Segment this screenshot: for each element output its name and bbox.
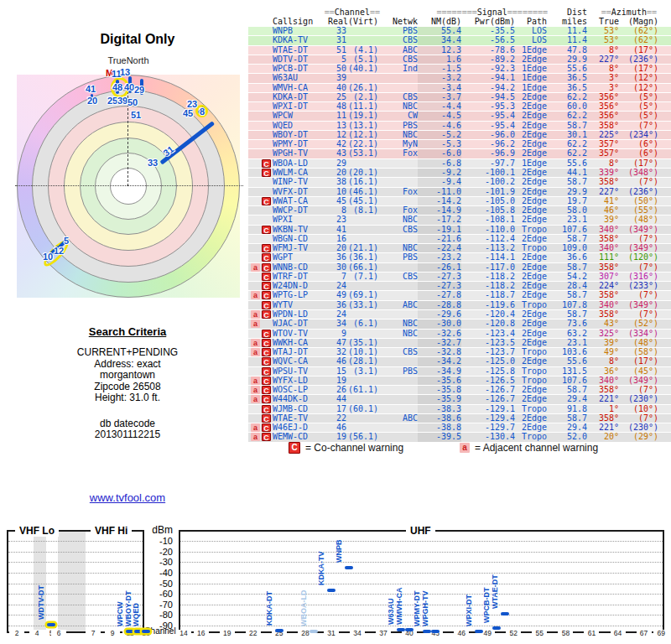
station-marker [423,630,431,633]
cell-dist: 60.0 [547,102,587,111]
cell-nm: -23.2 [418,253,461,262]
cell-call: WPXI [273,216,328,224]
cell-path: 2Edge [515,149,547,158]
table-row: CWGPT36(36.1)PBS-23.2-114.12Edge36.6111°… [248,252,671,262]
cell-path: 2Edge [515,206,547,215]
cell-net [378,339,418,347]
cell-path: 2Edge [515,330,547,338]
station-callsign-label: WBOY-DT [124,591,133,627]
tvfool-link[interactable]: www.tvfool.com [47,491,208,504]
cell-real: 26 [328,386,346,394]
cell-nm: -17.2 [418,216,461,224]
cell-path: 2Edge [515,131,547,139]
cell-magn: (316°) [619,273,658,281]
cell-nm: -38.8 [418,423,461,432]
cell-real: 24 [328,282,346,290]
radar-title: Digital Only [54,32,221,47]
cell-dist: 23.1 [547,216,587,224]
cell-real: 10 [328,188,346,196]
cell-path: 1Edge [515,74,547,82]
table-row: KDKA-TV31CBS34.4-56.5LOS11.453°(62°) [248,35,671,44]
cell-real: 36 [328,301,346,309]
cell-nm: -21.6 [418,235,461,243]
table-row: CaWPDN-LD24-29.6-120.42Edge58.7358°(7°) [248,309,671,319]
channel-tick-label: 31 [324,630,339,637]
cell-magn: (5°) [619,112,658,120]
cell-dist: 131.5 [547,367,587,376]
cell-real: 16 [328,235,346,243]
dbm-tick-label: -20 [141,547,173,557]
cell-pwr: -97.7 [461,159,515,168]
table-row: WPCB-DT50(40.1)Ind-1.5-92.31Edge55.68°(1… [248,64,671,73]
cell-call: WNPB [273,27,328,35]
cell-pwr: -126.7 [461,386,515,394]
cell-virt [346,159,378,168]
cell-call: WPTG-LP [273,291,328,299]
channel-label: 45 [183,109,193,118]
cell-path: Tropo [515,301,547,309]
cell-virt [346,310,378,319]
uhf-label: UHF [406,525,435,537]
co-channel-warning-badge: C [262,159,271,168]
cell-dist: 52.0 [547,433,587,441]
table-row: CW24DN-D24-27.3-118.22Edge28.4224°(233°) [248,281,671,290]
cell-virt [346,282,378,290]
cell-net: MyN [378,140,418,148]
cell-true: 307° [587,273,619,281]
cell-magn: (17°) [619,65,658,73]
cell-net: ABC [378,46,418,55]
tvfool-report: Digital Only TrueNorth M1113484029253950… [0,0,671,644]
azimuth-group-header: ==Azimuth== [601,8,657,17]
station-callsign-label: WPMY-DT [413,591,421,627]
cell-pwr: -94.2 [461,84,515,92]
cell-dist: 91.8 [547,405,587,413]
adjacent-channel-warning-badge: a [251,319,260,328]
cell-virt [346,226,378,234]
cell-dist: 11.4 [547,27,587,35]
cell-path: 2Edge [515,414,547,423]
cell-dist: 19.7 [547,197,587,205]
dbm-gridline [180,562,663,563]
station-marker [397,628,405,631]
cell-magn: (12°) [619,74,658,82]
dbm-tick-label: -60 [141,589,173,599]
cell-pwr: -123.7 [461,348,515,356]
criteria-line: Zipcode 26508 [47,382,208,393]
cell-path: 2Edge [515,122,547,130]
cell-pwr: -126.5 [461,377,515,385]
cell-call: WWLM-CA [273,169,328,177]
cell-dist: 58.7 [547,414,587,423]
cell-call: WYTV [273,301,328,309]
cell-pwr: -95.4 [461,122,515,130]
cell-virt [346,377,378,385]
table-row: CWWAT-CA45(45.1)-14.2-105.02Edge19.741°(… [248,196,671,205]
channel-tick-label: 9 [105,630,120,637]
cell-net: Fox [378,149,418,158]
co-channel-warning-badge: C [262,339,271,347]
cell-magn: (10°) [619,405,658,413]
cell-nm: -38.3 [418,405,461,413]
table-row: WTAE-DT51(4.1)ABC12.3-78.61Edge47.88°(17… [248,45,671,55]
cell-true: 358° [587,178,619,186]
cell-call: WPXI-DT [273,102,328,111]
cell-virt: (66.1) [346,263,378,272]
cell-nm: -1.5 [418,65,461,73]
cell-path: 2Edge [515,339,547,347]
dbm-gridline [8,594,143,595]
channel-label: 25 [107,96,117,106]
cell-nm: -27.3 [418,282,461,290]
cell-path: 2Edge [515,319,547,328]
channel-tick-label: 58 [558,630,573,637]
cell-nm: -38.6 [418,414,461,423]
co-channel-warning-badge: C [262,433,271,441]
cell-real: 41 [328,226,346,234]
cell-true: 340° [587,301,619,309]
co-channel-warning-badge: C [262,414,271,423]
cell-magn: (236°) [619,188,658,196]
cell-call: WFMJ-TV [273,244,328,252]
dbm-tick-label: -70 [141,600,173,610]
co-channel-warning-badge: C [262,273,271,281]
table-row: CWPSU-TV15(3.1)PBS-34.9-125.8Tropo131.53… [248,366,671,376]
dbm-gridline [8,552,143,553]
cell-path: 2Edge [515,216,547,224]
